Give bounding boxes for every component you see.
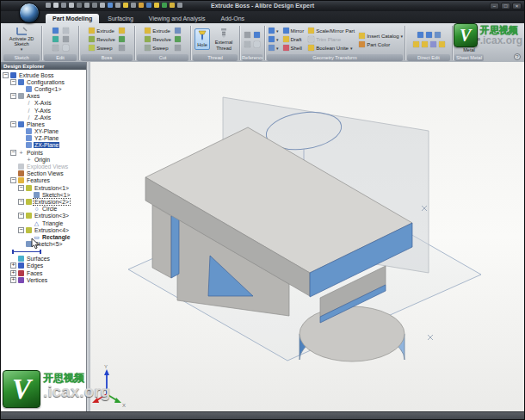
cut-extrude-button[interactable]: Extrude: [145, 27, 171, 35]
edit-tool-icon[interactable]: [63, 45, 69, 51]
cut-revolve-button[interactable]: Revolve: [145, 35, 171, 44]
maximize-button[interactable]: □: [501, 3, 510, 9]
boss-extrude-button[interactable]: Extrude: [89, 27, 115, 35]
reference-tool-icon[interactable]: [244, 41, 250, 47]
quick-access-icon[interactable]: [100, 3, 105, 8]
mirror-button[interactable]: Mirror: [283, 27, 305, 35]
quick-access-icon[interactable]: [69, 3, 74, 8]
move-icon[interactable]: [269, 28, 275, 34]
tab-surfacing[interactable]: Surfacing: [101, 14, 140, 23]
leg-front-face[interactable]: [152, 205, 171, 278]
expand-icon[interactable]: +: [10, 277, 16, 283]
tree-item-yz-plane[interactable]: YZ-Plane: [1, 135, 86, 142]
loft-cut-icon[interactable]: [175, 28, 181, 34]
direct-edit-tool-icon[interactable]: [413, 41, 419, 47]
tree-item-axes[interactable]: −Axes: [1, 93, 86, 100]
quick-access-icon[interactable]: [53, 3, 59, 8]
quick-access-icon[interactable]: [77, 3, 82, 8]
quick-access-icon[interactable]: [61, 3, 66, 8]
quick-access-icon[interactable]: [131, 3, 136, 8]
insert-point-marker[interactable]: [12, 250, 41, 254]
pattern-icon[interactable]: [119, 45, 125, 51]
tree-item-xy-plane[interactable]: XY-Plane: [1, 128, 86, 135]
tree-item-y-axis[interactable]: /Y-Axis: [1, 107, 86, 114]
tree-item-extrude-boss[interactable]: −Extrude Boss: [1, 71, 86, 78]
align-icon[interactable]: [269, 45, 275, 51]
quick-access-icon[interactable]: [84, 3, 90, 8]
tree-item-sketch-1-[interactable]: Sketch<1>: [1, 191, 86, 198]
tree-item-triangle[interactable]: △Triangle: [1, 219, 86, 226]
hole-button[interactable]: Hole: [195, 28, 210, 49]
collapse-icon[interactable]: −: [10, 121, 16, 127]
reference-tool-icon[interactable]: [244, 32, 250, 38]
collapse-icon[interactable]: −: [10, 93, 16, 99]
collapse-icon[interactable]: −: [10, 79, 16, 85]
trim-plane-button[interactable]: Trim Plane: [308, 35, 355, 44]
scale-mirror-part-button[interactable]: Scale/Mirror Part: [308, 27, 355, 35]
tree-item-edges[interactable]: +Edges: [1, 262, 86, 269]
tree-item-circle[interactable]: ○Circle: [1, 206, 86, 213]
direct-edit-tool-icon[interactable]: [417, 32, 423, 38]
quick-access-icon[interactable]: [177, 3, 182, 8]
application-menu-orb[interactable]: [19, 3, 40, 23]
quick-access-icon[interactable]: [139, 3, 144, 8]
leg-side-face[interactable]: [171, 212, 179, 278]
tree-item-exploded-views[interactable]: Exploded Views: [1, 163, 86, 170]
tree-item-features[interactable]: −Features: [1, 177, 86, 184]
tree-item-extrusion-4-[interactable]: −Extrusion<4>: [1, 226, 86, 233]
expand-icon[interactable]: +: [10, 262, 16, 269]
tab-part-modeling[interactable]: Part Modeling: [46, 14, 99, 23]
tree-item-sketch-5-[interactable]: Sketch<5>: [1, 241, 86, 248]
helix-boss-icon[interactable]: [119, 36, 125, 42]
loft-boss-icon[interactable]: [119, 28, 125, 34]
tree-item-vertices[interactable]: +Vertices: [1, 276, 86, 283]
convert-to-sheet-metal-button[interactable]: Convert to Sheet Metal: [455, 25, 483, 52]
quick-access-icon[interactable]: [170, 3, 175, 8]
quick-access-icon[interactable]: [123, 3, 128, 8]
tree-item-configurations[interactable]: −Configurations: [1, 78, 86, 85]
quick-access-icon[interactable]: [162, 3, 167, 8]
part-color-button[interactable]: Part Color: [359, 40, 403, 49]
direct-edit-tool-icon[interactable]: [439, 41, 445, 47]
edit-tool-icon[interactable]: [52, 45, 59, 51]
pattern-icon[interactable]: [175, 45, 181, 51]
collapse-icon[interactable]: −: [18, 185, 24, 191]
boss-sweep-button[interactable]: Sweep: [89, 44, 115, 52]
quick-access-icon[interactable]: [46, 3, 51, 8]
tree-item-origin[interactable]: +Origin: [1, 156, 86, 163]
quick-access-icon[interactable]: [108, 3, 113, 8]
collapse-icon[interactable]: −: [10, 177, 16, 183]
reference-plane-icon[interactable]: [254, 32, 260, 38]
tree-item-extrusion-1-[interactable]: −Extrusion<1>: [1, 184, 86, 191]
boss-revolve-button[interactable]: Revolve: [89, 35, 115, 44]
collapse-icon[interactable]: −: [18, 199, 24, 205]
collapse-icon[interactable]: −: [3, 72, 9, 78]
quick-access-icon[interactable]: [92, 3, 97, 8]
collapse-icon[interactable]: −: [18, 227, 24, 233]
draft-button[interactable]: Draft: [283, 35, 305, 44]
help-icon[interactable]: ?: [514, 53, 521, 60]
collapse-icon[interactable]: −: [10, 150, 16, 156]
expand-icon[interactable]: +: [10, 270, 16, 276]
direct-edit-tool-icon[interactable]: [422, 41, 428, 47]
cut-sweep-button[interactable]: Sweep: [145, 44, 171, 52]
tab-add-ons[interactable]: Add-Ons: [214, 14, 252, 23]
direct-edit-tool-icon[interactable]: [435, 32, 441, 38]
quick-access-icon[interactable]: [154, 3, 159, 8]
rotate-icon[interactable]: [269, 36, 275, 42]
tree-item-points[interactable]: −+Points: [1, 149, 86, 156]
close-button[interactable]: ×: [512, 3, 522, 9]
insert-catalog-button[interactable]: Insert Catalog ▾: [359, 32, 403, 40]
cylinder-top-face[interactable]: [300, 306, 405, 361]
edit-tool-icon[interactable]: [63, 28, 69, 34]
tree-item-planes[interactable]: −Planes: [1, 120, 86, 127]
boolean-unite-button[interactable]: Boolean Unite ▾: [308, 44, 355, 52]
3d-viewport[interactable]: Y Z X: [90, 62, 524, 411]
activate-2d-sketch-button[interactable]: Activate 2D Sketch ▾: [4, 25, 39, 53]
edit-tool-icon[interactable]: [63, 36, 69, 42]
shell-button[interactable]: Shell: [283, 44, 305, 52]
tree-item-extrusion-2-[interactable]: −Extrusion<2>: [1, 198, 86, 205]
edit-tool-icon[interactable]: [52, 36, 59, 42]
direct-edit-tool-icon[interactable]: [426, 32, 432, 38]
quick-access-icon[interactable]: [115, 3, 120, 8]
